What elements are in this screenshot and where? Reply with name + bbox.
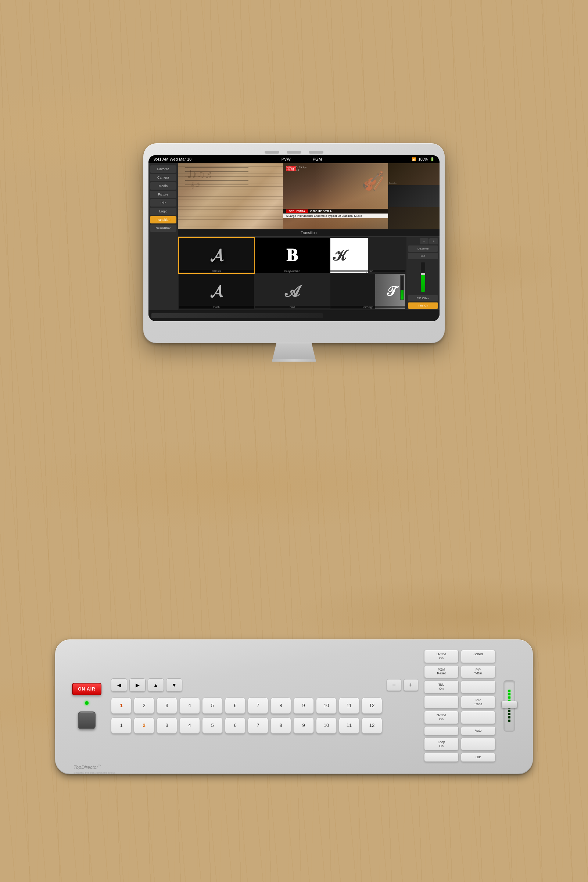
minus-button[interactable]: − (387, 679, 401, 691)
tbar-handle[interactable] (421, 273, 425, 275)
func-pip-trans[interactable]: PiPTrans (461, 696, 495, 709)
func-loop-on[interactable]: LoopOn (424, 738, 459, 751)
func-n-title-on[interactable]: N-TitleOn (424, 711, 459, 724)
sidebar-item-transition[interactable]: Transition (150, 216, 176, 224)
num-key-1-12[interactable]: 12 (362, 698, 382, 714)
num-key-2-6[interactable]: 6 (225, 717, 246, 734)
num-key-1-4[interactable]: 4 (179, 698, 200, 714)
ctrl-dissolve[interactable]: Dissolve (408, 246, 438, 252)
ipad-screen: 9:41 AM Wed Mar 18 PVW PGM 📶 100% 🔋 Favo… (148, 155, 440, 321)
arrow-up[interactable]: ▲ (148, 678, 164, 692)
plus-button[interactable]: + (404, 679, 418, 691)
pgm-panel: LIVE 1080p HD, 29.9ps Project: 1.5 🎻 ORC (283, 163, 388, 230)
ivarsvige-bar-fill (400, 290, 404, 300)
trans-cell-billiards[interactable]: 𝓐 Billiards (179, 238, 254, 273)
keyboard-middle: ◀ ▶ ▲ ▼ − + 1 2 3 4 5 (111, 678, 418, 734)
num-key-2-9[interactable]: 9 (293, 717, 314, 734)
num-key-1-9[interactable]: 9 (293, 698, 314, 714)
ctrl-title-on[interactable]: Title On (408, 303, 438, 309)
tbar-led-2 (508, 693, 510, 695)
num-key-1-1[interactable]: 1 (111, 698, 132, 714)
trans-cell-copymachine[interactable]: 𝐁 CopyMachine (255, 238, 330, 273)
func-auto[interactable]: Auto (461, 726, 495, 735)
num-key-2-11[interactable]: 11 (339, 717, 359, 734)
status-center: PVW PGM (282, 157, 322, 161)
fold-letter: 𝒜 (285, 282, 299, 301)
num-key-1-7[interactable]: 7 (248, 698, 268, 714)
num-key-2-2[interactable]: 2 (134, 717, 154, 734)
ivarsvige-label: IvarSvige (330, 306, 405, 308)
pagecurl-content: 𝒦 (330, 238, 405, 273)
on-air-button[interactable]: ON AIR (72, 683, 101, 695)
func-buttons-grid: U-TitleOn Sched PGMReset PiPT-Bar TitleO… (424, 650, 495, 762)
tbar-knob[interactable] (501, 701, 518, 708)
tbar-section (499, 650, 520, 762)
sidebar: Favorite Camera Media Picture PiP Logic … (148, 163, 178, 310)
trans-cell-fold[interactable]: 𝒜 Fold (255, 274, 330, 309)
num-key-2-3[interactable]: 3 (156, 717, 177, 734)
num-key-2-12[interactable]: 12 (362, 717, 382, 734)
tbar-fill (421, 274, 425, 292)
pvw-panel: ♩♪♫♬ 𝄞 𝅘𝅥𝅮 𝅘𝅥𝅯 (178, 163, 283, 230)
arrow-down[interactable]: ▼ (166, 678, 182, 692)
pgm-title-bar: ORCHESTRA ORCHESTRA (283, 209, 388, 213)
num-key-1-3[interactable]: 3 (156, 698, 177, 714)
func-title-on[interactable]: TitleOn (424, 680, 459, 693)
sidebar-item-logic[interactable]: Logic (150, 208, 176, 215)
func-sched[interactable]: Sched (461, 650, 495, 663)
num-key-2-10[interactable]: 10 (316, 717, 337, 734)
num-key-1-2[interactable]: 2 (134, 698, 154, 714)
num-key-2-4[interactable]: 4 (179, 717, 200, 734)
toggle-button[interactable] (78, 711, 96, 729)
num-key-1-6[interactable]: 6 (225, 698, 246, 714)
func-cut[interactable]: Cut (461, 753, 495, 762)
flash-label: Flash (179, 306, 254, 308)
led-indicator (85, 701, 88, 705)
num-key-2-8[interactable]: 8 (270, 717, 291, 734)
num-key-1-5[interactable]: 5 (202, 698, 223, 714)
violin-icon: 🎻 (362, 171, 384, 192)
battery-icon: 🔋 (430, 157, 434, 161)
num-key-1-11[interactable]: 11 (339, 698, 359, 714)
ctrl-plus[interactable]: + (429, 238, 438, 244)
sidebar-item-favorite[interactable]: Favorite (150, 165, 176, 173)
num-key-2-5[interactable]: 5 (202, 717, 223, 734)
pagecurl-label: PageCurl (330, 270, 405, 272)
trans-cell-flash[interactable]: 𝓐 Flash (179, 274, 254, 309)
pgm-content: LIVE 1080p HD, 29.9ps Project: 1.5 🎻 ORC (283, 163, 388, 230)
pgm-thumb-1: Cam4... (388, 163, 440, 185)
sidebar-item-grandprix[interactable]: GrandPrix (150, 225, 176, 232)
transition-grid[interactable]: 𝓐 Billiards 𝐁 CopyMachine (178, 237, 406, 310)
num-key-2-7[interactable]: 7 (248, 717, 268, 734)
num-key-2-1[interactable]: 1 (111, 717, 132, 734)
func-u-title-on[interactable]: U-TitleOn (424, 650, 459, 663)
trans-cell-pagecurl[interactable]: 𝒦 PageCurl (330, 238, 405, 273)
ctrl-cut[interactable]: Cut (408, 253, 438, 259)
ipad-stand (272, 343, 316, 362)
billiards-label: Billiards (179, 270, 254, 272)
trans-cell-ivarsvige[interactable]: 𝒯 IvarSvige (330, 274, 405, 309)
tbar-area (408, 260, 438, 294)
pgm-label: PGM (313, 157, 322, 161)
status-right: 📶 100% 🔋 (412, 157, 434, 161)
ctrl-minus[interactable]: − (420, 238, 429, 244)
ctrl-pip-other[interactable]: PiP Other (408, 295, 438, 302)
arrow-left[interactable]: ◀ (111, 678, 127, 692)
minus-plus-buttons: − + (387, 679, 418, 691)
svg-text:♩♪♫♬: ♩♪♫♬ (187, 169, 212, 180)
tbar-led-9 (508, 716, 510, 718)
fold-content: 𝒜 (255, 274, 330, 309)
func-pip-tbar[interactable]: PiPT-Bar (461, 665, 495, 678)
sidebar-item-media[interactable]: Media (150, 182, 176, 190)
screen-bottom (148, 310, 440, 321)
ivarsvige-content: 𝒯 (330, 274, 405, 309)
num-key-1-8[interactable]: 8 (270, 698, 291, 714)
num-key-1-10[interactable]: 10 (316, 698, 337, 714)
sidebar-item-picture[interactable]: Picture (150, 191, 176, 198)
arrow-right[interactable]: ▶ (129, 678, 146, 692)
ipad-device: 9:41 AM Wed Mar 18 PVW PGM 📶 100% 🔋 Favo… (143, 143, 445, 343)
func-empty-2 (424, 696, 459, 709)
sidebar-item-camera[interactable]: Camera (150, 174, 176, 181)
sidebar-item-pip[interactable]: PiP (150, 199, 176, 207)
func-pgm-reset[interactable]: PGMReset (424, 665, 459, 678)
